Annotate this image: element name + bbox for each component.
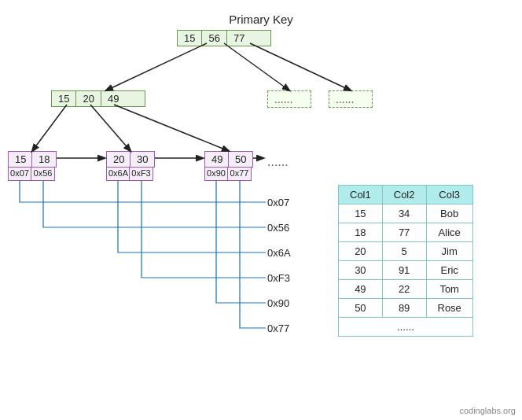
svg-line-5 [114,105,229,151]
table-footer-row: ...... [339,318,473,337]
addr-1: 0x56 [267,222,289,234]
leaf-1-key-1: 30 [130,152,154,167]
col-header-0: Col1 [339,186,383,204]
addr-5: 0x77 [267,322,289,334]
cell-1-1: 77 [382,223,426,242]
svg-line-3 [32,105,67,151]
addr-2: 0x6A [267,247,291,259]
page-title: Primary Key [0,6,522,26]
cell-5-2: Rose [426,299,472,318]
cell-2-2: Jim [426,242,472,261]
watermark: codinglabs.org [459,406,516,415]
cell-3-2: Eric [426,261,472,280]
l2-2-cell: ...... [329,91,360,107]
l2-0-cell-2: 49 [101,91,125,106]
leaf-0-ptr-1: 0x56 [31,167,55,181]
cell-0-0: 15 [339,204,383,223]
leaf-1-ptr-1: 0xF3 [130,167,153,181]
svg-line-0 [106,43,207,90]
leaf-0-key-0: 15 [9,152,32,167]
cell-0-2: Bob [426,204,472,223]
leaf-2-key-0: 49 [205,152,229,167]
addr-3: 0xF3 [267,272,290,284]
root-cell-2: 77 [227,31,251,46]
root-node: 15 56 77 [177,30,271,46]
col-header-1: Col2 [382,186,426,204]
cell-2-0: 20 [339,242,383,261]
l2-0-cell-0: 15 [52,91,76,106]
leaf-node-2: 49 50 [204,151,253,168]
leaf-2-ptr-0: 0x90 [204,167,228,181]
addr-4: 0x90 [267,297,289,309]
leaf-0-ptrs: 0x07 0x56 [8,167,55,181]
cell-4-2: Tom [426,280,472,299]
level2-node-2: ...... [329,90,373,108]
table-row: 18 77 Alice [339,223,473,242]
cell-4-0: 49 [339,280,383,299]
table-row: 50 89 Rose [339,299,473,318]
cell-2-1: 5 [382,242,426,261]
table-row: 20 5 Jim [339,242,473,261]
level2-node-0: 15 20 49 [51,90,145,107]
leaf-dots: ...... [267,155,289,169]
leaf-0-key-1: 18 [32,152,56,167]
leaf-2-key-1: 50 [229,152,252,167]
leaf-2-ptr-1: 0x77 [228,167,252,181]
leaf-node-0: 15 18 [8,151,57,168]
cell-0-1: 34 [382,204,426,223]
leaf-1-ptrs: 0x6A 0xF3 [106,167,153,181]
l2-0-cell-1: 20 [76,91,101,106]
level2-node-1: ...... [267,90,311,108]
l2-1-cell: ...... [268,91,299,107]
cell-5-0: 50 [339,299,383,318]
table-row: 30 91 Eric [339,261,473,280]
cell-4-1: 22 [382,280,426,299]
root-cell-0: 15 [178,31,202,46]
leaf-2-ptrs: 0x90 0x77 [204,167,252,181]
table-footer: ...... [339,318,473,337]
data-table: Col1 Col2 Col3 15 34 Bob 18 77 Alice 20 … [338,185,473,337]
addr-0: 0x07 [267,197,289,208]
leaf-1-key-0: 20 [107,152,130,167]
diagram: Primary Key 15 56 77 15 20 49 ...... ...… [0,0,522,420]
cell-3-1: 91 [382,261,426,280]
leaf-1-ptr-0: 0x6A [106,167,130,181]
svg-line-1 [224,43,289,90]
cell-1-2: Alice [426,223,472,242]
table-row: 15 34 Bob [339,204,473,223]
leaf-0-ptr-0: 0x07 [8,167,31,181]
table-row: 49 22 Tom [339,280,473,299]
cell-3-0: 30 [339,261,383,280]
svg-line-4 [90,105,130,151]
cell-5-1: 89 [382,299,426,318]
svg-line-2 [250,43,351,90]
cell-1-0: 18 [339,223,383,242]
leaf-node-1: 20 30 [106,151,155,168]
col-header-2: Col3 [426,186,472,204]
root-cell-1: 56 [202,31,226,46]
